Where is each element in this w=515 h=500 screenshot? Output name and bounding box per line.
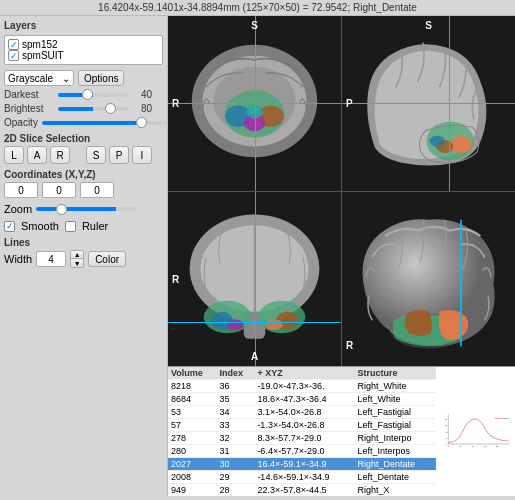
coord-row xyxy=(4,182,163,198)
svg-point-9 xyxy=(450,136,472,153)
col-volume: Volume xyxy=(168,367,217,380)
layers-box: ✓ spm152 ✓ spmSUIT xyxy=(4,35,163,65)
layer-item-spm152: ✓ spm152 xyxy=(8,39,159,50)
slice-s-button[interactable]: S xyxy=(86,146,106,164)
brightest-row: Brightest 80 xyxy=(4,103,163,114)
layer-item-spmsuit: ✓ spmSUIT xyxy=(8,50,159,61)
table-row[interactable]: 20273016.4×-59.1×-34.9Right_Dentate xyxy=(168,458,436,471)
brain-view-3d[interactable]: R xyxy=(342,192,515,367)
opacity-row: Opacity xyxy=(4,117,163,128)
slice-section: 2D Slice Selection L A R S P I xyxy=(4,133,163,164)
slice-r-button[interactable]: R xyxy=(50,146,70,164)
table-container: Volume Index + XYZ Structure 821836-19.0… xyxy=(168,367,436,496)
coord-y-input[interactable] xyxy=(42,182,76,198)
darkest-value: 40 xyxy=(132,89,152,100)
view-label-r-left: R xyxy=(172,98,179,109)
smooth-label: Smooth xyxy=(21,220,59,232)
brightest-label: Brightest xyxy=(4,103,54,114)
view-label-a-bottom: A xyxy=(251,351,258,362)
left-panel: Layers ✓ spm152 ✓ spmSUIT Grayscale ⌄ Op… xyxy=(0,16,168,496)
svg-text:0: 0 xyxy=(448,445,450,448)
colormap-row: Grayscale ⌄ Options xyxy=(4,70,163,86)
title-text: 16.4204x-59.1401x-34.8894mm (125×70×50) … xyxy=(98,2,417,13)
coord-z-input[interactable] xyxy=(80,182,114,198)
spmsuit-label: spmSUIT xyxy=(22,50,64,61)
table-row[interactable]: 278328.3×-57.7×-29.0Right_Interpo xyxy=(168,432,436,445)
col-xyz: + XYZ xyxy=(254,367,354,380)
view-label-s-top: S xyxy=(251,20,258,31)
svg-point-19 xyxy=(226,319,243,330)
width-label: Width xyxy=(4,253,32,265)
slice-btn-row: L A R S P I xyxy=(4,146,163,164)
slice-p-button[interactable]: P xyxy=(109,146,129,164)
table-row[interactable]: 53343.1×-54.0×-26.8Left_Fastigial xyxy=(168,406,436,419)
svg-point-20 xyxy=(265,319,282,330)
svg-text:60: 60 xyxy=(484,445,487,448)
smooth-checkbox[interactable]: ✓ xyxy=(4,221,15,232)
coordinates-section: Coordinates (X,Y,Z) xyxy=(4,169,163,198)
table-row[interactable]: 86843518.6×-47.3×-36.4Left_White xyxy=(168,393,436,406)
slice-label: 2D Slice Selection xyxy=(4,133,163,144)
crosshair-vertical-axial xyxy=(255,16,256,191)
darkest-row: Darkest 40 xyxy=(4,89,163,100)
table-row[interactable]: 821836-19.0×-47.3×-36.Right_White xyxy=(168,380,436,393)
colormap-select[interactable]: Grayscale ⌄ xyxy=(4,70,74,86)
table-row[interactable]: 200829-14.6×-59.1×-34.9Left_Dentate xyxy=(168,471,436,484)
svg-text:4: 4 xyxy=(446,437,448,440)
view-label-p-left: P xyxy=(346,98,353,109)
view-label-r-left3: R xyxy=(346,340,353,351)
svg-text:spm152: spm152 xyxy=(500,417,509,420)
content-area: S R xyxy=(168,16,515,496)
table-row[interactable]: 5733-1.3×-54.0×-26.8Left_Fastigial xyxy=(168,419,436,432)
opacity-label: Opacity xyxy=(4,117,38,128)
brain-view-coronal[interactable]: R A xyxy=(168,192,341,367)
svg-text:8: 8 xyxy=(446,431,448,434)
spm152-checkbox[interactable]: ✓ xyxy=(8,39,19,50)
crosshair-horizontal-sagittal xyxy=(342,103,515,104)
svg-text:16: 16 xyxy=(444,418,447,421)
crosshair-vertical-coronal xyxy=(255,192,256,367)
brain-view-axial[interactable]: S R xyxy=(168,16,341,191)
slice-i-button[interactable]: I xyxy=(132,146,152,164)
smooth-ruler-row: ✓ Smooth Ruler xyxy=(4,220,163,232)
layers-label: Layers xyxy=(4,20,163,31)
options-button[interactable]: Options xyxy=(78,70,124,86)
lines-row: Width ▲ ▼ Color xyxy=(4,250,163,268)
svg-text:80: 80 xyxy=(496,445,499,448)
opacity-slider[interactable] xyxy=(42,121,168,125)
ruler-checkbox[interactable] xyxy=(65,221,76,232)
svg-text:40: 40 xyxy=(471,445,474,448)
col-index: Index xyxy=(217,367,255,380)
view-label-r-left2: R xyxy=(172,273,179,284)
chart-container: 0 4 8 12 16 0 20 40 60 80 xyxy=(436,367,515,496)
coord-x-input[interactable] xyxy=(4,182,38,198)
table-row[interactable]: 28031-6.4×-57.7×-29.0Left_Interpos xyxy=(168,445,436,458)
spmsuit-checkbox[interactable]: ✓ xyxy=(8,50,19,61)
line-chart: 0 4 8 12 16 0 20 40 60 80 xyxy=(440,371,511,492)
darkest-slider[interactable] xyxy=(58,93,128,97)
table-row[interactable]: 9492822.3×-57.8×-44.5Right_X xyxy=(168,484,436,497)
spm152-label: spm152 xyxy=(22,39,58,50)
zoom-slider[interactable] xyxy=(36,207,136,211)
slice-l-button[interactable]: L xyxy=(4,146,24,164)
svg-text:20: 20 xyxy=(459,445,462,448)
crosshair-vertical-sagittal xyxy=(449,16,450,191)
brightest-slider[interactable] xyxy=(58,107,128,111)
width-up-button[interactable]: ▲ xyxy=(71,251,83,259)
color-button[interactable]: Color xyxy=(88,251,126,267)
zoom-label: Zoom xyxy=(4,203,32,215)
lines-label: Lines xyxy=(4,237,163,248)
ruler-label: Ruler xyxy=(82,220,108,232)
svg-text:12: 12 xyxy=(444,424,447,427)
brain-views[interactable]: S R xyxy=(168,16,515,366)
zoom-row: Zoom xyxy=(4,203,163,215)
width-input[interactable] xyxy=(36,251,66,267)
slice-a-button[interactable]: A xyxy=(27,146,47,164)
brain-view-sagittal[interactable]: S P xyxy=(342,16,515,191)
width-down-button[interactable]: ▼ xyxy=(71,259,83,267)
lines-section: Lines Width ▲ ▼ Color xyxy=(4,237,163,268)
col-structure: Structure xyxy=(354,367,436,380)
bottom-content: Volume Index + XYZ Structure 821836-19.0… xyxy=(168,366,515,496)
width-stepper: ▲ ▼ xyxy=(70,250,84,268)
svg-point-11 xyxy=(430,136,445,147)
